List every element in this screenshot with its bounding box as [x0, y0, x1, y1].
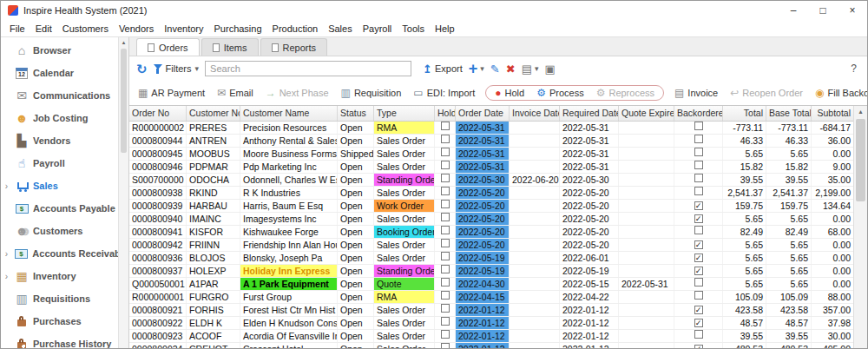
- export-button[interactable]: ↥ Export: [423, 63, 463, 76]
- sidebar-item-customers[interactable]: ☻ Customers: [1, 220, 128, 242]
- menu-payroll[interactable]: Payroll: [358, 22, 398, 36]
- sidebar-scroll-up-icon[interactable]: ▴: [119, 37, 128, 48]
- hold-checkbox[interactable]: [441, 226, 450, 234]
- backordered-checkbox[interactable]: [694, 214, 703, 223]
- table-row[interactable]: S000700000ODOCHAOdonnell, Charles W EsqO…: [129, 174, 854, 187]
- ar-payment-button[interactable]: ▦ AR Payment: [138, 88, 205, 98]
- requisition-button[interactable]: ▥ Requisition: [341, 88, 402, 98]
- fill-backorders-button[interactable]: ◉ Fill Backorders: [815, 88, 868, 98]
- table-row[interactable]: 0000800940IMAINCImagesystems IncOpenSale…: [129, 213, 854, 226]
- chevron-right-icon[interactable]: ›: [3, 181, 10, 191]
- table-row[interactable]: R000000001FURGROFurst GroupOpenRMA2022-0…: [129, 291, 854, 304]
- menu-sales[interactable]: Sales: [323, 22, 358, 36]
- sidebar-item-requisitions[interactable]: ▥ Requisitions: [1, 287, 128, 310]
- backordered-checkbox[interactable]: [694, 122, 703, 130]
- table-row[interactable]: 0000800941KISFORKishwaukee ForgeOpenBook…: [129, 226, 854, 239]
- hold-checkbox[interactable]: [441, 291, 450, 300]
- backordered-checkbox[interactable]: [694, 319, 703, 327]
- sidebar-scrollbar[interactable]: ▴: [118, 37, 128, 348]
- backordered-checkbox[interactable]: [694, 148, 703, 156]
- backordered-checkbox[interactable]: [694, 345, 703, 348]
- hold-checkbox[interactable]: [441, 135, 450, 143]
- menu-inventory[interactable]: Inventory: [159, 22, 208, 36]
- sidebar-item-job-costing[interactable]: ☻ Job Costing: [1, 107, 128, 129]
- table-row[interactable]: 0000800938RKINDR K IndustriesOpenSales O…: [129, 187, 854, 200]
- hold-checkbox[interactable]: [441, 239, 450, 247]
- backordered-checkbox[interactable]: [694, 135, 703, 143]
- sidebar-item-calendar[interactable]: 12 Calendar: [1, 62, 128, 84]
- hold-checkbox[interactable]: [441, 317, 450, 326]
- hold-checkbox[interactable]: [441, 213, 450, 221]
- vertical-scrollbar[interactable]: ▴: [853, 106, 867, 348]
- email-button[interactable]: ✉ Email: [217, 88, 253, 98]
- table-row[interactable]: 0000800946PDPMARPdp Marketing IncOpenSal…: [129, 161, 854, 174]
- table-row[interactable]: 0000800921FORHISForest Hist Ctr Mn Hist …: [129, 304, 854, 317]
- help-button[interactable]: ?: [851, 63, 860, 75]
- refresh-button[interactable]: ↻: [136, 63, 148, 76]
- backordered-checkbox[interactable]: [694, 254, 703, 262]
- backordered-checkbox[interactable]: [694, 330, 703, 339]
- column-header-order-date[interactable]: Order Date: [456, 106, 510, 121]
- backordered-checkbox[interactable]: [694, 267, 703, 275]
- search-input[interactable]: [205, 61, 411, 76]
- column-header-type[interactable]: Type: [374, 106, 435, 121]
- column-header-status[interactable]: Status: [338, 106, 374, 121]
- copy-button[interactable]: ▣: [544, 63, 555, 75]
- hold-checkbox[interactable]: [441, 187, 450, 195]
- column-header-hold[interactable]: Hold: [435, 106, 456, 121]
- hold-checkbox[interactable]: [441, 200, 450, 208]
- column-header-subtotal[interactable]: Subtotal: [812, 106, 854, 121]
- hold-checkbox[interactable]: [441, 161, 450, 169]
- column-header-order-no[interactable]: Order No: [129, 106, 187, 121]
- process-button[interactable]: ⚙ Process: [536, 88, 584, 98]
- table-row[interactable]: 0000800936BLOJOSBlonsky, Joseph PaOpenSa…: [129, 252, 854, 265]
- maximize-button[interactable]: □: [808, 1, 838, 20]
- column-header-customer-name[interactable]: Customer Name: [240, 106, 338, 121]
- menu-help[interactable]: Help: [430, 22, 460, 36]
- backordered-checkbox[interactable]: [694, 201, 703, 210]
- table-row[interactable]: 0000800942FRIINNFriendship Inn Alan Hous…: [129, 239, 854, 252]
- filters-button[interactable]: Filters ▾: [154, 63, 199, 74]
- table-row[interactable]: R000000002PRERESPrecision ResourcesOpenR…: [129, 122, 854, 135]
- close-button[interactable]: ×: [838, 1, 867, 20]
- table-row[interactable]: 0000800944ANTRENAnthony Rental & SalesOp…: [129, 135, 854, 148]
- column-header-backordered[interactable]: Backordered: [674, 106, 723, 121]
- sidebar-item-accounts-receivable[interactable]: › $ Accounts Receivable: [1, 242, 128, 265]
- table-row[interactable]: 0000800924CREHOTCrescent HotelOpenSales …: [129, 343, 854, 348]
- column-header-required-date[interactable]: Required Date: [560, 106, 619, 121]
- hold-checkbox[interactable]: [441, 252, 450, 260]
- sidebar-item-payroll[interactable]: ☝ Payroll: [1, 152, 128, 174]
- reprocess-button[interactable]: ⚙ Reprocess: [596, 88, 654, 98]
- tab-orders[interactable]: Orders: [136, 38, 200, 56]
- sidebar-item-sales[interactable]: › Sales: [1, 174, 128, 197]
- table-row[interactable]: 0000800939HARBAUHarris, Baum E EsqOpenWo…: [129, 200, 854, 213]
- scrollbar-thumb[interactable]: [856, 119, 865, 201]
- backordered-checkbox[interactable]: [694, 187, 703, 195]
- edit-button[interactable]: ✎: [490, 63, 500, 75]
- sidebar-scrollbar-thumb[interactable]: [121, 49, 127, 153]
- minimize-button[interactable]: –: [779, 1, 808, 20]
- sidebar-item-accounts-payable[interactable]: $ Accounts Payable: [1, 197, 128, 220]
- backordered-checkbox[interactable]: [694, 161, 703, 169]
- sidebar-item-purchase-history[interactable]: Purchase History: [1, 333, 128, 349]
- add-dropdown-caret[interactable]: ▾: [480, 64, 484, 73]
- menu-file[interactable]: File: [4, 22, 30, 36]
- sidebar-item-purchases[interactable]: Purchases: [1, 310, 128, 333]
- hold-checkbox[interactable]: [441, 330, 450, 339]
- hold-checkbox[interactable]: [441, 148, 450, 156]
- column-header-quote-expires[interactable]: Quote Expires: [619, 106, 674, 121]
- edi-import-button[interactable]: ▭ EDI: Import: [413, 88, 475, 98]
- column-header-invoice-date[interactable]: Invoice Date: [510, 106, 560, 121]
- print-dropdown-caret[interactable]: ▾: [535, 64, 539, 73]
- column-header-base-total[interactable]: Base Total: [766, 106, 812, 121]
- table-row[interactable]: 0000800923ACOOFAcordia Of Evansville Inc…: [129, 330, 854, 343]
- hold-checkbox[interactable]: [441, 304, 450, 313]
- add-button[interactable]: +: [469, 61, 478, 76]
- next-phase-button[interactable]: → Next Phase: [266, 88, 329, 98]
- backordered-checkbox[interactable]: [694, 291, 703, 300]
- tab-items[interactable]: Items: [201, 38, 259, 56]
- delete-button[interactable]: ✖: [506, 63, 516, 75]
- tab-reports[interactable]: Reports: [260, 38, 328, 56]
- column-header-customer-no[interactable]: Customer No.: [187, 106, 240, 121]
- sidebar-item-communications[interactable]: ✉ Communications: [1, 84, 128, 107]
